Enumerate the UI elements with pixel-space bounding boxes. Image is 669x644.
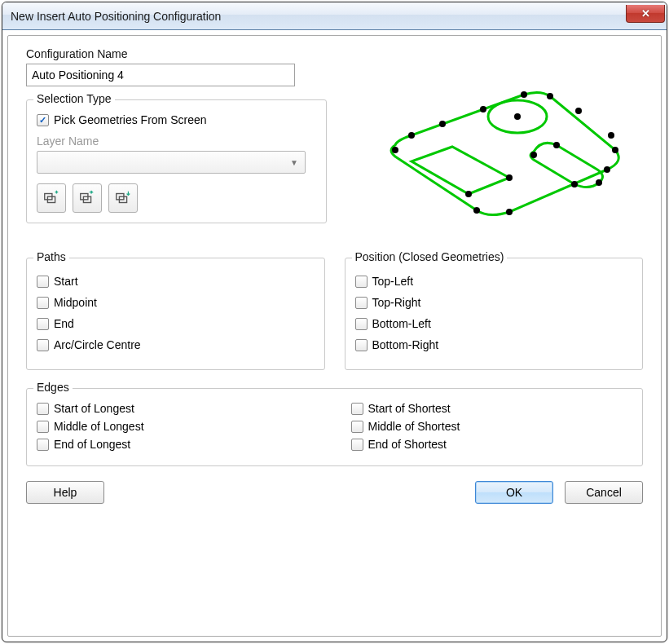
layer-add-icon	[42, 189, 60, 207]
svg-point-21	[530, 152, 537, 158]
svg-point-13	[521, 91, 527, 98]
paths-start-label[interactable]: Start	[54, 275, 78, 288]
paths-midpoint-checkbox[interactable]	[37, 297, 49, 309]
position-bottom-right-label[interactable]: Bottom-Right	[372, 338, 439, 351]
titlebar: New Insert Auto Positioning Configuratio…	[2, 2, 667, 30]
svg-point-24	[553, 142, 560, 148]
paths-end-checkbox[interactable]	[37, 318, 49, 330]
edges-middle-shortest-label[interactable]: Middle of Shortest	[368, 420, 460, 433]
layer-tool-1[interactable]	[37, 183, 66, 213]
window-title: New Insert Auto Positioning Configuratio…	[11, 10, 626, 23]
edges-start-shortest-label[interactable]: Start of Shortest	[368, 402, 451, 415]
config-name-label: Configuration Name	[26, 47, 327, 60]
edges-group: Edges Start of Longest Middle of Longest…	[26, 388, 643, 466]
selection-type-group: Selection Type Pick Geometries From Scre…	[26, 99, 327, 223]
ok-button[interactable]: OK	[475, 481, 553, 504]
position-top-left-label[interactable]: Top-Left	[372, 275, 414, 288]
ok-button-label: OK	[506, 486, 522, 499]
layer-tool-2[interactable]	[73, 183, 102, 213]
position-top-right-checkbox[interactable]	[355, 297, 368, 309]
paths-start-checkbox[interactable]	[37, 276, 49, 288]
svg-point-17	[575, 108, 582, 114]
edges-end-shortest-label[interactable]: End of Shortest	[368, 438, 447, 451]
position-bottom-left-label[interactable]: Bottom-Left	[372, 317, 431, 330]
close-icon: ✕	[641, 7, 650, 20]
svg-point-14	[408, 132, 415, 139]
layer-name-select[interactable]: ▼	[37, 151, 306, 174]
svg-point-10	[604, 166, 610, 173]
position-top-right-label[interactable]: Top-Right	[372, 296, 421, 309]
cancel-button-label: Cancel	[586, 486, 622, 499]
layer-copy-icon	[78, 189, 96, 207]
selection-type-legend: Selection Type	[33, 92, 115, 105]
svg-point-23	[596, 179, 602, 186]
paths-arc-centre-label[interactable]: Arc/Circle Centre	[54, 338, 141, 351]
layer-move-icon	[114, 189, 132, 207]
edges-end-shortest-checkbox[interactable]	[351, 439, 363, 451]
paths-legend: Paths	[33, 250, 69, 263]
svg-point-9	[506, 209, 513, 215]
edges-middle-longest-label[interactable]: Middle of Longest	[54, 420, 144, 433]
edges-end-longest-checkbox[interactable]	[37, 439, 49, 451]
dialog-window: New Insert Auto Positioning Configuratio…	[2, 2, 667, 642]
dialog-content: Configuration Name Selection Type Pick G…	[7, 35, 662, 637]
geometry-preview-icon	[346, 72, 640, 243]
dialog-button-row: Help OK Cancel	[26, 481, 643, 504]
svg-point-11	[612, 147, 618, 153]
preview-area	[343, 47, 644, 243]
help-button[interactable]: Help	[26, 481, 104, 504]
svg-point-15	[439, 121, 446, 127]
svg-point-19	[465, 191, 472, 197]
edges-start-shortest-checkbox[interactable]	[351, 403, 363, 415]
paths-arc-centre-checkbox[interactable]	[37, 339, 49, 351]
layer-name-label: Layer Name	[37, 135, 316, 148]
pick-geometries-label[interactable]: Pick Geometries From Screen	[54, 113, 207, 126]
svg-point-16	[480, 106, 486, 112]
layer-toolbar	[37, 183, 316, 213]
svg-point-7	[392, 147, 398, 153]
svg-point-8	[473, 207, 480, 214]
edges-start-longest-label[interactable]: Start of Longest	[54, 402, 134, 415]
cancel-button[interactable]: Cancel	[565, 481, 643, 504]
position-group: Position (Closed Geometries) Top-Left To…	[345, 258, 644, 370]
svg-point-18	[608, 132, 614, 139]
edges-middle-longest-checkbox[interactable]	[37, 421, 49, 433]
edges-start-longest-checkbox[interactable]	[37, 403, 49, 415]
paths-end-label[interactable]: End	[54, 317, 74, 330]
paths-group: Paths Start Midpoint End Arc/Circle Cent…	[26, 258, 325, 370]
svg-point-22	[571, 181, 578, 187]
close-button[interactable]: ✕	[626, 5, 665, 23]
layer-tool-3[interactable]	[108, 183, 138, 213]
pick-geometries-checkbox[interactable]	[37, 114, 49, 126]
edges-end-longest-label[interactable]: End of Longest	[54, 438, 130, 451]
config-name-input[interactable]	[26, 64, 295, 86]
position-top-left-checkbox[interactable]	[355, 276, 368, 288]
help-button-label: Help	[54, 486, 77, 499]
position-bottom-right-checkbox[interactable]	[355, 339, 368, 351]
position-legend: Position (Closed Geometries)	[352, 250, 508, 263]
svg-point-20	[506, 174, 513, 181]
position-bottom-left-checkbox[interactable]	[355, 318, 368, 330]
edges-middle-shortest-checkbox[interactable]	[351, 421, 363, 433]
edges-legend: Edges	[33, 381, 73, 394]
paths-midpoint-label[interactable]: Midpoint	[54, 296, 97, 309]
svg-point-12	[547, 93, 553, 99]
chevron-down-icon: ▼	[290, 158, 298, 167]
svg-point-25	[514, 113, 521, 120]
